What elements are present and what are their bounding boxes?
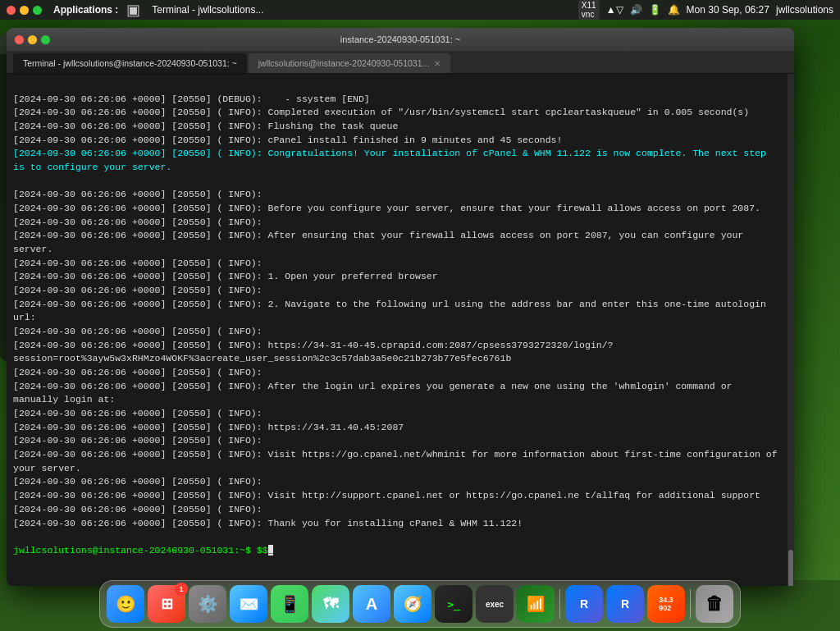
terminal-maximize-button[interactable] (41, 35, 50, 44)
finder-icon: 🙂 (116, 594, 136, 614)
tab-main[interactable]: Terminal - jwllcsolutions@instance-20240… (13, 53, 247, 73)
dock-icon-exec[interactable]: exec (476, 585, 514, 623)
remote1-icon: R (580, 597, 588, 610)
menu-bar-close[interactable] (7, 6, 16, 15)
tab-secondary-close[interactable]: ✕ (434, 59, 441, 68)
launchpad-badge: 1 (175, 583, 188, 596)
safari-icon: 🧭 (404, 595, 422, 613)
network-icon: 📶 (527, 595, 545, 613)
line-4: [2024-09-30 06:26:06 +0000] [20550] ( IN… (13, 135, 562, 145)
appstore-icon: A (366, 595, 377, 614)
menu-bar-right: X11vnc ▲▽ 🔊 🔋 🔔 Mon 30 Sep, 06:27 jwllcs… (578, 0, 833, 20)
menu-bar-app-name: Terminal - jwllcsolutions... (152, 4, 263, 16)
tab-secondary-label: jwllcsolutions@instance-20240930-051031.… (258, 58, 430, 68)
maps-icon: 🗺 (323, 596, 338, 613)
terminal-prompt: jwllcsolutions@instance-20240930-051031:… (13, 545, 273, 556)
dock-icon-maps[interactable]: 🗺 (312, 585, 349, 623)
terminal-window: instance-20240930-051031: ~ Terminal - j… (7, 28, 794, 586)
line-1: [2024-09-30 06:26:06 +0000] [20550] (DEB… (13, 94, 370, 104)
menu-bar: Applications : ▣ Terminal - jwllcsolutio… (0, 0, 840, 20)
remote2-icon: R (621, 597, 629, 610)
dock: 🙂 ⊞ 1 ⚙️ ✉️ 📱 🗺 A 🧭 >_ exec 📶 R (99, 580, 741, 628)
dock-icon-battery-meter[interactable]: 34.3902 (647, 585, 685, 623)
launchpad-icon: ⊞ (161, 595, 173, 613)
dock-icon-launchpad[interactable]: ⊞ 1 (148, 585, 185, 623)
dock-icon-safari[interactable]: 🧭 (394, 585, 431, 623)
terminal-scrollbar[interactable] (788, 74, 794, 586)
battery-meter-label: 34.3902 (659, 596, 673, 612)
terminal-titlebar: instance-20240930-051031: ~ (7, 28, 794, 51)
mail-icon: ✉️ (239, 594, 259, 614)
terminal-scroll-area[interactable]: [2024-09-30 06:26:06 +0000] [20550] (DEB… (7, 74, 788, 586)
dock-icon-terminal[interactable]: >_ (435, 585, 472, 623)
dock-icon-finder[interactable]: 🙂 (107, 585, 144, 623)
battery-icon: 🔋 (649, 4, 661, 16)
dock-icon-mail[interactable]: ✉️ (230, 585, 267, 623)
terminal-output: [2024-09-30 06:26:06 +0000] [20550] (DEB… (7, 74, 788, 576)
dock-icon-system-preferences[interactable]: ⚙️ (189, 585, 226, 623)
line-3: [2024-09-30 06:26:06 +0000] [20550] ( IN… (13, 121, 398, 131)
line-5-congratulations: [2024-09-30 06:26:06 +0000] [20550] ( IN… (13, 148, 772, 172)
terminal-tabbar: Terminal - jwllcsolutions@instance-20240… (7, 51, 794, 74)
dock-icon-remote1[interactable]: R (565, 585, 603, 623)
menu-bar-time: Mon 30 Sep, 06:27 (687, 4, 769, 16)
menu-bar-user: jwllcsolutions (776, 4, 833, 16)
vnc-badge: X11vnc (578, 0, 600, 20)
terminal-title: instance-20240930-051031: ~ (340, 34, 460, 44)
menu-bar-maximize[interactable] (33, 6, 42, 15)
notification-icon: 🔔 (668, 4, 680, 16)
dock-icon-network[interactable]: 📶 (517, 585, 555, 623)
terminal-wrapper: [2024-09-30 06:26:06 +0000] [20550] (DEB… (7, 74, 794, 586)
menu-bar-traffic-lights (7, 6, 42, 15)
line-6: [2024-09-30 06:26:06 +0000] [20550] ( IN… (13, 189, 783, 528)
dock-icon-appstore[interactable]: A (353, 585, 390, 623)
trash-icon: 🗑 (705, 593, 724, 615)
volume-icon: 🔊 (630, 4, 642, 16)
tab-main-label: Terminal - jwllcsolutions@instance-20240… (23, 58, 237, 68)
menu-bar-minimize[interactable] (20, 6, 29, 15)
terminal-window-controls (15, 35, 50, 44)
terminal-minimize-button[interactable] (28, 35, 37, 44)
dock-separator-1 (559, 589, 560, 619)
tab-secondary[interactable]: jwllcsolutions@instance-20240930-051031.… (249, 53, 451, 73)
facetime-icon: 📱 (280, 594, 300, 614)
preferences-icon: ⚙️ (198, 594, 218, 614)
line-2: [2024-09-30 06:26:06 +0000] [20550] ( IN… (13, 107, 749, 117)
menu-bar-applications[interactable]: Applications : (53, 4, 118, 16)
terminal-close-button[interactable] (15, 35, 24, 44)
wifi-icon: ▲▽ (606, 4, 623, 16)
dock-icon-trash[interactable]: 🗑 (696, 585, 733, 623)
dock-icon-facetime[interactable]: 📱 (271, 585, 308, 623)
terminal-app-icon: ▣ (126, 1, 140, 19)
dock-icon-remote2[interactable]: R (606, 585, 644, 623)
terminal-icon: >_ (447, 598, 460, 610)
exec-icon: exec (486, 600, 504, 609)
dock-separator-2 (690, 589, 691, 619)
scrollbar-thumb[interactable] (788, 550, 793, 586)
